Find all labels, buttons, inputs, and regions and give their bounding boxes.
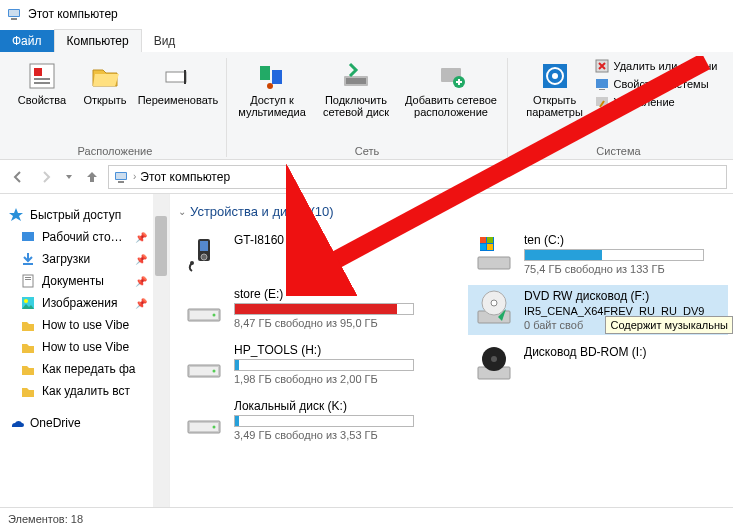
nav-up-button[interactable] [80,165,104,189]
pin-icon: 📌 [135,254,147,265]
usage-bar [524,249,704,261]
addressbar: › Этот компьютер [0,160,733,194]
ribbon-group-system: Открыть параметры Удалить или измени Сво… [508,58,729,157]
svg-rect-26 [22,232,34,241]
tab-computer[interactable]: Компьютер [54,29,142,52]
item-icon [20,229,36,245]
sysprops-icon [594,76,610,92]
sidebar-item[interactable]: Документы📌 [0,270,169,292]
chevron-down-icon: ⌄ [178,206,186,217]
drive-icon [184,287,224,327]
nav-history-button[interactable] [62,165,76,189]
svg-rect-51 [487,244,493,250]
item-icon [20,317,36,333]
sidebar: Быстрый доступ Рабочий сто…📌Загрузки📌Док… [0,194,170,507]
drive-icon [474,233,514,273]
svg-rect-34 [200,241,208,251]
open-button[interactable]: Открыть [78,58,132,108]
svg-rect-29 [25,277,31,278]
svg-rect-20 [596,79,608,88]
add-network-icon [435,60,467,92]
sidebar-item[interactable]: Изображения📌 [0,292,169,314]
settings-icon [539,60,571,92]
drive-icon [184,343,224,383]
device-item[interactable]: Локальный диск (K:)3,49 ГБ свободно из 3… [178,395,468,445]
address-box[interactable]: › Этот компьютер [108,165,727,189]
sidebar-item[interactable]: Как передать фа [0,358,169,380]
section-devices[interactable]: ⌄ Устройства и диски (10) [178,204,733,219]
system-small-buttons: Удалить или измени Свойства системы Упра… [594,58,718,110]
sidebar-onedrive[interactable]: OneDrive [0,412,169,434]
properties-icon [26,60,58,92]
computer-icon [6,6,22,22]
manage-button[interactable]: Управление [594,94,718,110]
open-settings-button[interactable]: Открыть параметры [520,58,590,120]
item-icon [20,339,36,355]
drive-icon [184,399,224,439]
star-icon [8,207,24,223]
item-icon [20,295,36,311]
svg-rect-7 [166,72,186,82]
sidebar-item[interactable]: Загрузки📌 [0,248,169,270]
item-icon [20,273,36,289]
ribbon-group-network: Доступ к мультимедиа Подключить сетевой … [227,58,508,157]
tab-file[interactable]: Файл [0,30,54,52]
device-item[interactable]: GT-I8160 [178,229,468,277]
svg-point-42 [213,370,216,373]
item-icon [20,383,36,399]
svg-rect-10 [272,70,282,84]
tab-view[interactable]: Вид [142,30,188,52]
svg-rect-6 [34,82,50,84]
svg-point-11 [267,83,273,89]
nav-back-button[interactable] [6,165,30,189]
nav-forward-button[interactable] [34,165,58,189]
svg-point-45 [213,426,216,429]
sidebar-item[interactable]: How to use Vibe [0,314,169,336]
uninstall-button[interactable]: Удалить или измени [594,58,718,74]
properties-button[interactable]: Свойства [10,58,74,108]
svg-point-57 [491,356,497,362]
manage-icon [594,94,610,110]
pin-icon: 📌 [135,232,147,243]
sidebar-item[interactable]: How to use Vibe [0,336,169,358]
chevron-right-icon: › [133,171,136,182]
drive-icon [474,289,514,329]
address-text: Этот компьютер [140,170,230,184]
svg-point-18 [552,73,558,79]
device-item[interactable]: Дисковод BD-ROM (I:) [468,341,728,389]
svg-rect-13 [346,78,366,84]
add-network-button[interactable]: Добавить сетевое расположение [401,58,501,120]
svg-rect-2 [11,18,17,20]
sidebar-item[interactable]: Как удалить вст [0,380,169,402]
tooltip: Содержит музыкальны [605,316,733,334]
pin-icon: 📌 [135,276,147,287]
svg-rect-24 [116,173,126,179]
svg-rect-21 [599,89,605,90]
media-icon [256,60,288,92]
status-count: Элементов: 18 [8,513,83,525]
device-item[interactable]: ten (C:)75,4 ГБ свободно из 133 ГБ [468,229,728,279]
media-access-button[interactable]: Доступ к мультимедиа [233,58,311,120]
sidebar-item[interactable]: Рабочий сто…📌 [0,226,169,248]
system-properties-button[interactable]: Свойства системы [594,76,718,92]
item-icon [20,251,36,267]
device-item[interactable]: HP_TOOLS (H:)1,98 ГБ свободно из 2,00 ГБ [178,339,468,389]
drive-icon [474,345,514,385]
svg-point-35 [201,254,207,260]
svg-rect-25 [118,181,124,183]
uninstall-icon [594,58,610,74]
sidebar-scrollbar[interactable] [153,194,169,507]
rename-icon [162,60,194,92]
drive-icon [184,233,224,273]
ribbon-tabs: Файл Компьютер Вид [0,28,733,52]
usage-bar [234,415,414,427]
svg-rect-50 [480,244,486,250]
rename-button[interactable]: Переименовать [136,58,220,108]
sidebar-quick-access[interactable]: Быстрый доступ [0,204,169,226]
device-item[interactable]: store (E:)8,47 ГБ свободно из 95,0 ГБ [178,283,468,333]
svg-point-54 [491,300,497,306]
map-drive-button[interactable]: Подключить сетевой диск [315,58,397,120]
svg-rect-1 [9,10,19,16]
workspace: Быстрый доступ Рабочий сто…📌Загрузки📌Док… [0,194,733,507]
svg-point-32 [24,299,28,303]
